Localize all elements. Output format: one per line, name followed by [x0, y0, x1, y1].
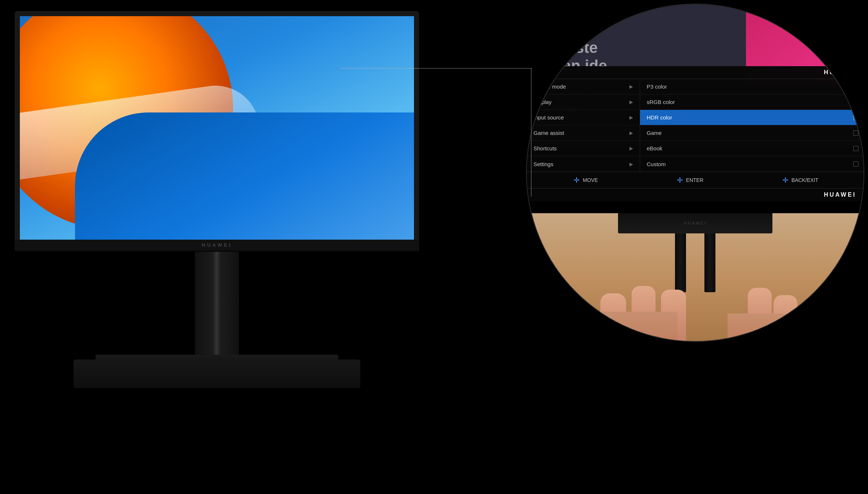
footer-move: ✛ MOVE [574, 176, 598, 185]
connector-top [340, 68, 532, 69]
submenu-custom-checkbox [853, 161, 858, 167]
submenu-game-checkbox [853, 130, 858, 136]
footer-enter: ✛ ENTER [677, 176, 703, 185]
menu-item-display[interactable]: Display ▶ [527, 94, 640, 110]
submenu-p3-color[interactable]: P3 color [640, 79, 864, 94]
palm-left [582, 312, 678, 341]
zoom-circle: In the Eisenste not an ide ccessive sho … [526, 4, 864, 342]
submenu-game-label: Game [647, 130, 662, 136]
submenu-srgb-color[interactable]: sRGB color ✓ [640, 94, 864, 110]
osd-brand-label: HUAWEI [824, 69, 856, 76]
menu-item-input-source[interactable]: Input source ▶ [527, 110, 640, 125]
back-label: BACK/EXIT [792, 177, 818, 183]
zoom-bottom-bg: HUAWEI [527, 213, 864, 341]
stand-left [675, 233, 686, 292]
submenu-ebook-label: eBook [647, 145, 662, 151]
stand-right [704, 233, 715, 292]
menu-item-game-assist-label: Game assist [533, 130, 564, 136]
menu-item-picture-mode-label: Picture mode [533, 83, 566, 90]
menu-item-input-source-label: Input source [533, 114, 564, 121]
osd-footer: ✛ MOVE ✛ ENTER ✛ BACK/EXIT [527, 172, 864, 188]
palm-right [728, 314, 816, 341]
zoom-line1: In the [534, 15, 607, 39]
submenu-hdr-color-label: HDR color [647, 114, 672, 121]
submenu-srgb-color-checkbox: ✓ [853, 100, 858, 105]
page-wrapper: HUAWEI In the Eisenste not an ide ccessi… [0, 0, 868, 494]
menu-item-picture-mode[interactable]: Picture mode ▶ [527, 79, 640, 94]
footer-back: ✛ BACK/EXIT [782, 176, 818, 185]
osd-main-panel: Picture mode ▶ Display ▶ Input source ▶ … [527, 79, 864, 172]
move-icon: ✛ [574, 176, 580, 185]
osd-lower-brand-label: HUAWEI [824, 191, 856, 198]
menu-item-shortcuts-label: Shortcuts [533, 145, 557, 151]
enter-icon: ✛ [677, 176, 683, 185]
submenu-ebook-checkbox [853, 146, 858, 151]
submenu-p3-color-checkbox [853, 84, 858, 89]
monitor-neck [195, 252, 239, 358]
monitor-bottom-bezel: HUAWEI [15, 240, 419, 251]
menu-item-settings-arrow: ▶ [629, 161, 633, 167]
menu-item-settings-label: Settings [533, 161, 553, 167]
menu-item-input-source-arrow: ▶ [629, 115, 633, 120]
zoom-line2: Eisenste [534, 39, 607, 57]
menu-item-display-label: Display [533, 99, 551, 105]
submenu-custom[interactable]: Custom [640, 156, 864, 172]
osd-huawei-header: HUAWEI [527, 66, 864, 79]
enter-label: ENTER [686, 177, 703, 183]
menu-item-game-assist[interactable]: Game assist ▶ [527, 125, 640, 141]
osd-right-column: P3 color sRGB color ✓ HDR color [640, 79, 864, 172]
monitor-sim-brand: HUAWEI [684, 221, 707, 225]
move-label: MOVE [583, 177, 598, 183]
back-icon: ✛ [782, 176, 789, 185]
osd-left-column: Picture mode ▶ Display ▶ Input source ▶ … [527, 79, 640, 172]
monitor-unit: HUAWEI [15, 11, 419, 250]
menu-item-display-arrow: ▶ [629, 99, 633, 105]
submenu-hdr-color[interactable]: HDR color [640, 110, 864, 125]
submenu-p3-color-label: P3 color [647, 83, 667, 90]
osd-lower-brand-bar: HUAWEI [527, 188, 864, 201]
submenu-srgb-color-label: sRGB color [647, 99, 675, 105]
monitor-bezel-brand: HUAWEI [202, 242, 232, 248]
monitor-bottom-sim: HUAWEI [618, 213, 772, 233]
submenu-game[interactable]: Game [640, 125, 864, 141]
menu-item-settings[interactable]: Settings ▶ [527, 156, 640, 172]
menu-item-game-assist-arrow: ▶ [629, 130, 633, 136]
menu-item-shortcuts-arrow: ▶ [629, 146, 633, 151]
connector-bottom [531, 68, 532, 197]
submenu-custom-label: Custom [647, 161, 666, 167]
menu-item-shortcuts[interactable]: Shortcuts ▶ [527, 141, 640, 156]
menu-item-picture-mode-arrow: ▶ [629, 84, 633, 89]
osd-area: HUAWEI Picture mode ▶ Display ▶ Input so… [527, 66, 864, 201]
blue-wave-bottom [75, 112, 419, 250]
neck-highlight [212, 252, 221, 358]
submenu-ebook[interactable]: eBook [640, 141, 864, 156]
monitor-screen [15, 11, 419, 250]
monitor-base [74, 359, 360, 388]
submenu-hdr-color-checkbox [853, 115, 858, 120]
